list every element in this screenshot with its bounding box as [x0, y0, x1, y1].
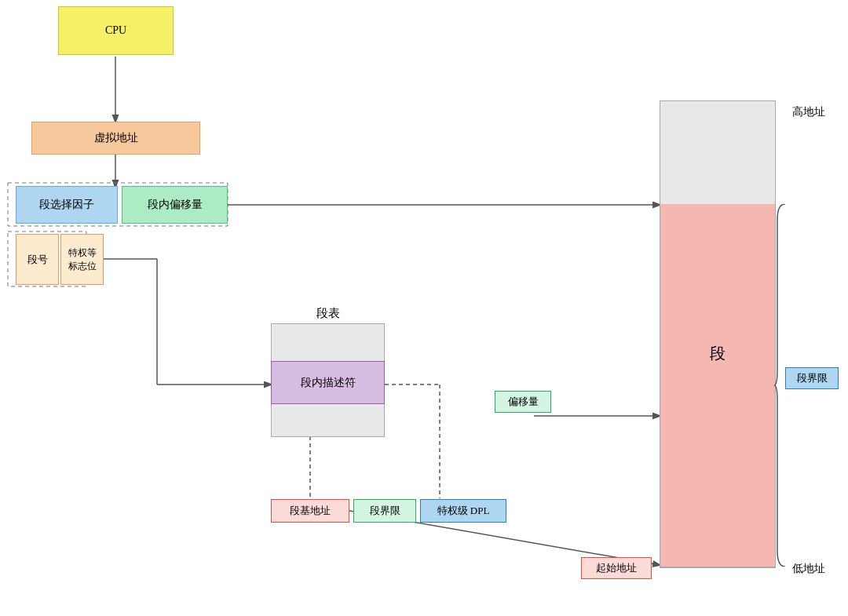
- privilege-flag-box: 特权等 标志位: [60, 234, 104, 285]
- segment-offset-label: 段内偏移量: [148, 198, 203, 212]
- segment-selector-box: 段选择因子: [16, 186, 118, 224]
- segment-boundary-label: 段界限: [797, 371, 828, 385]
- segment-descriptor-label: 段内描述符: [301, 376, 356, 390]
- cpu-label: CPU: [105, 24, 126, 37]
- segment-base-label: 段基地址: [290, 504, 331, 518]
- segment-descriptor-box: 段内描述符: [271, 361, 385, 404]
- segment-number-box: 段号: [16, 234, 59, 285]
- virtual-address-label: 虚拟地址: [94, 131, 138, 145]
- privilege-dpl-box: 特权级 DPL: [420, 499, 506, 523]
- privilege-flag-label: 特权等 标志位: [68, 246, 97, 273]
- start-address-label: 起始地址: [596, 561, 637, 575]
- segment-limit-detail-label: 段界限: [370, 504, 400, 518]
- segment-offset-box: 段内偏移量: [122, 186, 228, 224]
- virtual-address-box: 虚拟地址: [31, 122, 200, 155]
- segment-memory-label: 段: [660, 314, 776, 392]
- segment-selector-label: 段选择因子: [39, 198, 94, 212]
- segment-limit-detail-box: 段界限: [353, 499, 416, 523]
- segment-table-label: 段表: [271, 302, 385, 324]
- memory-bottom-border: [660, 567, 776, 568]
- offset-label-box: 偏移量: [495, 391, 551, 413]
- low-address-label: 低地址: [779, 557, 838, 581]
- start-address-box: 起始地址: [581, 557, 652, 579]
- offset-label: 偏移量: [508, 395, 539, 409]
- privilege-dpl-label: 特权级 DPL: [437, 504, 490, 518]
- segment-boundary-badge: 段界限: [785, 367, 839, 389]
- memory-high-gray: [660, 100, 776, 204]
- high-address-label: 高地址: [779, 100, 838, 124]
- segment-number-label: 段号: [27, 253, 48, 267]
- segment-base-box: 段基地址: [271, 499, 349, 523]
- cpu-box: CPU: [58, 6, 174, 55]
- diagram: CPU 虚拟地址 段选择因子 段内偏移量 段号 特权等 标志位 段表 段内描述符…: [0, 0, 848, 616]
